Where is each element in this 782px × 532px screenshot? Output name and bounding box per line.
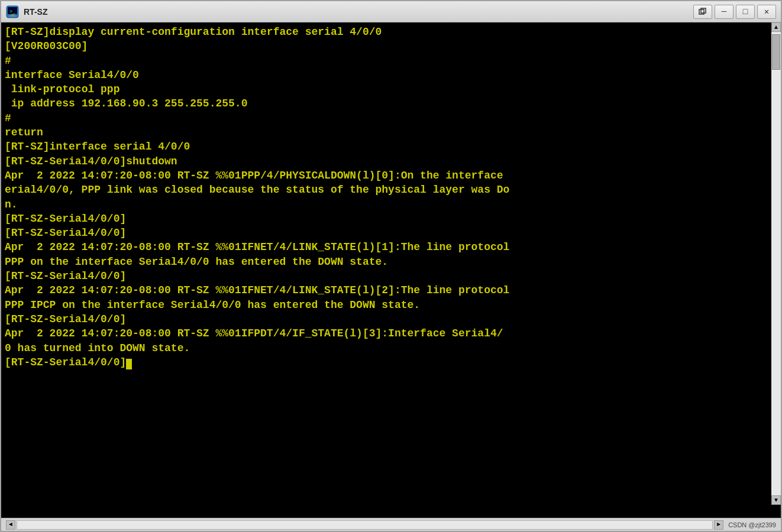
scroll-down-button[interactable]: ▼ <box>771 495 781 505</box>
terminal-line: Apr 2 2022 14:07:20-08:00 RT-SZ %%01IFNE… <box>5 283 777 297</box>
terminal-line: # <box>5 111 777 125</box>
terminal-line: [RT-SZ-Serial4/0/0] <box>5 226 777 240</box>
window-controls: ─ □ ✕ <box>693 5 776 19</box>
scroll-up-button[interactable]: ▲ <box>771 22 781 32</box>
svg-text:>_: >_ <box>9 9 15 14</box>
terminal-line: [RT-SZ-Serial4/0/0] <box>5 212 777 226</box>
svg-rect-4 <box>11 14 14 15</box>
terminal-line: [RT-SZ]interface serial 4/0/0 <box>5 140 777 154</box>
terminal-line: [RT-SZ-Serial4/0/0] <box>5 312 777 326</box>
terminal-line: return <box>5 125 777 140</box>
svg-rect-3 <box>9 15 16 17</box>
terminal-output[interactable]: [RT-SZ]display current-configuration int… <box>1 22 781 518</box>
terminal-line: Apr 2 2022 14:07:20-08:00 RT-SZ %%01IFPD… <box>5 326 777 340</box>
terminal-line: PPP IPCP on the interface Serial4/0/0 ha… <box>5 298 777 312</box>
terminal-line: link-protocol ppp <box>5 82 777 96</box>
window-title: RT-SZ <box>24 7 693 17</box>
app-icon: >_ <box>6 5 19 18</box>
terminal-line: [RT-SZ-Serial4/0/0]shutdown <box>5 154 777 168</box>
terminal-line: n. <box>5 197 777 212</box>
scroll-thumb[interactable] <box>772 34 780 70</box>
vertical-scrollbar[interactable]: ▲ ▼ <box>771 22 781 505</box>
terminal-line: [RT-SZ-Serial4/0/0] <box>5 355 777 369</box>
terminal-line: ip address 192.168.90.3 255.255.255.0 <box>5 96 777 111</box>
terminal-line: Apr 2 2022 14:07:20-08:00 RT-SZ %%01PPP/… <box>5 168 777 183</box>
horizontal-scrollbar-track[interactable] <box>17 520 713 530</box>
minimize-button[interactable]: ─ <box>715 5 733 19</box>
scroll-left-button[interactable]: ◄ <box>6 520 15 530</box>
terminal-container: [RT-SZ]display current-configuration int… <box>1 22 781 518</box>
terminal-line: 0 has turned into DOWN state. <box>5 341 777 355</box>
terminal-line: interface Serial4/0/0 <box>5 68 777 82</box>
terminal-line: [V200R003C00] <box>5 39 777 53</box>
close-button[interactable]: ✕ <box>757 5 776 19</box>
terminal-line: [RT-SZ]display current-configuration int… <box>5 25 777 39</box>
watermark: CSDN @zjt2399 <box>728 521 776 528</box>
cursor <box>126 359 132 369</box>
svg-rect-6 <box>701 8 706 13</box>
terminal-line: [RT-SZ-Serial4/0/0] <box>5 269 777 283</box>
main-window: >_ RT-SZ ─ □ ✕ [RT-SZ] <box>0 0 782 532</box>
status-bar: ◄ ► CSDN @zjt2399 <box>1 518 781 531</box>
terminal-line: PPP on the interface Serial4/0/0 has ent… <box>5 255 777 269</box>
title-bar: >_ RT-SZ ─ □ ✕ <box>1 1 781 22</box>
scroll-right-button[interactable]: ► <box>714 520 723 530</box>
terminal-line: # <box>5 54 777 68</box>
restore-button[interactable] <box>693 5 712 19</box>
maximize-button[interactable]: □ <box>736 5 755 19</box>
scroll-track <box>771 32 781 495</box>
terminal-line: Apr 2 2022 14:07:20-08:00 RT-SZ %%01IFNE… <box>5 240 777 254</box>
svg-rect-5 <box>699 9 704 14</box>
terminal-line: erial4/0/0, PPP link was closed because … <box>5 183 777 197</box>
